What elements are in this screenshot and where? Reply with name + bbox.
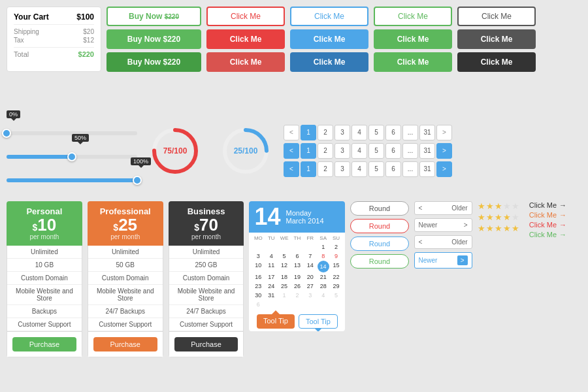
cal-cell[interactable]: 18 bbox=[278, 272, 291, 282]
cal-cell[interactable]: 3 bbox=[252, 252, 265, 261]
page-3-row1[interactable]: 3 bbox=[335, 125, 350, 140]
page-6-row2[interactable]: 6 bbox=[385, 143, 401, 159]
page-5-row1[interactable]: 5 bbox=[368, 125, 384, 140]
page-prev-3[interactable]: < bbox=[284, 161, 299, 177]
click-me-red-outline[interactable]: Click Me bbox=[206, 7, 285, 26]
click-arrow-green[interactable]: Click Me → bbox=[529, 231, 581, 238]
round-btn-red[interactable]: Round bbox=[350, 219, 408, 233]
click-me-dark-filled[interactable]: Click Me bbox=[457, 29, 536, 49]
nav-btn-newer-2[interactable]: Newer > bbox=[414, 252, 472, 269]
page-1-row1[interactable]: 1 bbox=[301, 125, 316, 140]
page-6-row3[interactable]: 6 bbox=[385, 161, 401, 177]
click-me-green-dark[interactable]: Click Me bbox=[374, 52, 452, 72]
cal-cell[interactable] bbox=[265, 242, 278, 252]
cal-cell[interactable] bbox=[252, 242, 265, 252]
buy-now-dark-btn[interactable]: Buy Now $220 bbox=[106, 52, 201, 72]
star-3[interactable]: ★ bbox=[495, 212, 502, 222]
cal-cell[interactable] bbox=[278, 242, 291, 252]
star-5[interactable]: ★ bbox=[512, 201, 519, 211]
cal-cell[interactable]: 2 bbox=[330, 242, 343, 252]
cal-cell[interactable]: 9 bbox=[330, 252, 343, 261]
star-1[interactable]: ★ bbox=[478, 223, 485, 233]
cal-cell[interactable]: 31 bbox=[265, 291, 278, 300]
page-next-1[interactable]: > bbox=[436, 125, 452, 140]
click-me-darker-filled[interactable]: Click Me bbox=[457, 52, 536, 72]
star-3[interactable]: ★ bbox=[495, 223, 502, 233]
cal-cell[interactable]: 1 bbox=[317, 242, 330, 252]
cal-cell[interactable]: 5 bbox=[330, 291, 343, 300]
star-2[interactable]: ★ bbox=[486, 212, 494, 222]
cal-cell[interactable]: 12 bbox=[278, 261, 291, 272]
star-5[interactable]: ★ bbox=[512, 223, 519, 233]
cal-cell[interactable]: 14 bbox=[304, 261, 317, 272]
star-3[interactable]: ★ bbox=[495, 201, 502, 211]
page-5-row2[interactable]: 5 bbox=[368, 143, 384, 159]
cal-cell[interactable]: 26 bbox=[291, 282, 304, 291]
page-next-3[interactable]: > bbox=[436, 161, 452, 177]
cal-cell[interactable]: 11 bbox=[265, 261, 278, 272]
purchase-business-btn[interactable]: Purchase bbox=[174, 337, 238, 351]
star-4[interactable]: ★ bbox=[503, 201, 511, 211]
cal-cell[interactable]: 8 bbox=[317, 252, 330, 261]
page-1-row2[interactable]: 1 bbox=[301, 143, 316, 159]
cal-cell[interactable]: 13 bbox=[291, 261, 304, 272]
page-4-row1[interactable]: 4 bbox=[351, 125, 367, 140]
nav-btn-older-1[interactable]: < Older bbox=[414, 201, 472, 215]
cal-cell[interactable]: 24 bbox=[265, 282, 278, 291]
round-btn-green[interactable]: Round bbox=[350, 254, 408, 269]
page-prev-2[interactable]: < bbox=[284, 143, 299, 159]
round-btn-gray[interactable]: Round bbox=[350, 201, 408, 216]
nav-btn-older-2[interactable]: < Older bbox=[414, 235, 472, 249]
page-4-row3[interactable]: 4 bbox=[351, 161, 367, 177]
star-4[interactable]: ★ bbox=[503, 223, 511, 233]
star-1[interactable]: ★ bbox=[478, 212, 485, 222]
click-me-green-outline[interactable]: Click Me bbox=[374, 7, 452, 26]
click-me-blue-outline[interactable]: Click Me bbox=[290, 7, 368, 26]
cal-cell[interactable]: 22 bbox=[330, 272, 343, 282]
star-5[interactable]: ★ bbox=[512, 212, 519, 222]
cal-cell[interactable]: 20 bbox=[304, 272, 317, 282]
page-next-2[interactable]: > bbox=[436, 143, 452, 159]
slider-50-track[interactable] bbox=[7, 155, 137, 159]
cal-cell[interactable]: 4 bbox=[265, 252, 278, 261]
page-2-row1[interactable]: 2 bbox=[318, 125, 333, 140]
page-3-row3[interactable]: 3 bbox=[335, 161, 350, 177]
slider-0-thumb[interactable] bbox=[2, 129, 11, 138]
cal-cell[interactable]: 23 bbox=[252, 282, 265, 291]
star-4[interactable]: ★ bbox=[503, 212, 511, 222]
cal-cell[interactable]: 6 bbox=[252, 300, 265, 309]
cal-cell[interactable]: 10 bbox=[252, 261, 265, 272]
click-me-red-filled[interactable]: Click Me bbox=[206, 29, 285, 49]
click-me-dark-outline[interactable]: Click Me bbox=[457, 7, 536, 26]
cal-cell[interactable]: 5 bbox=[278, 252, 291, 261]
star-2[interactable]: ★ bbox=[486, 223, 494, 233]
cal-cell[interactable]: 15 bbox=[330, 261, 343, 272]
page-1-row3[interactable]: 1 bbox=[301, 161, 316, 177]
page-31-row2[interactable]: 31 bbox=[419, 143, 435, 159]
cal-cell[interactable]: 21 bbox=[317, 272, 330, 282]
cal-cell[interactable]: 30 bbox=[252, 291, 265, 300]
cal-cell[interactable]: 16 bbox=[252, 272, 265, 282]
click-arrow-orange[interactable]: Click Me → bbox=[529, 211, 581, 219]
cal-cell[interactable]: 4 bbox=[317, 291, 330, 300]
click-me-blue-dark[interactable]: Click Me bbox=[290, 52, 368, 72]
page-5-row3[interactable]: 5 bbox=[368, 161, 384, 177]
buy-now-outline-btn[interactable]: Buy Now $220 bbox=[106, 7, 201, 26]
slider-100-track[interactable] bbox=[7, 178, 137, 182]
click-arrow-red[interactable]: Click Me → bbox=[529, 221, 581, 229]
slider-50-thumb[interactable] bbox=[67, 152, 76, 161]
click-me-green-filled[interactable]: Click Me bbox=[374, 29, 452, 49]
star-1[interactable]: ★ bbox=[478, 201, 485, 211]
page-2-row2[interactable]: 2 bbox=[318, 143, 333, 159]
cal-cell[interactable]: 1 bbox=[278, 291, 291, 300]
cal-cell[interactable] bbox=[304, 242, 317, 252]
cal-cell-today[interactable]: 14 bbox=[318, 261, 329, 272]
cal-cell[interactable]: 6 bbox=[291, 252, 304, 261]
cal-cell[interactable]: 7 bbox=[304, 252, 317, 261]
cal-cell[interactable]: 25 bbox=[278, 282, 291, 291]
cal-cell[interactable]: 2 bbox=[291, 291, 304, 300]
cal-cell[interactable]: 17 bbox=[265, 272, 278, 282]
round-btn-blue[interactable]: Round bbox=[350, 237, 408, 251]
page-prev-1[interactable]: < bbox=[284, 125, 299, 140]
page-2-row3[interactable]: 2 bbox=[318, 161, 333, 177]
